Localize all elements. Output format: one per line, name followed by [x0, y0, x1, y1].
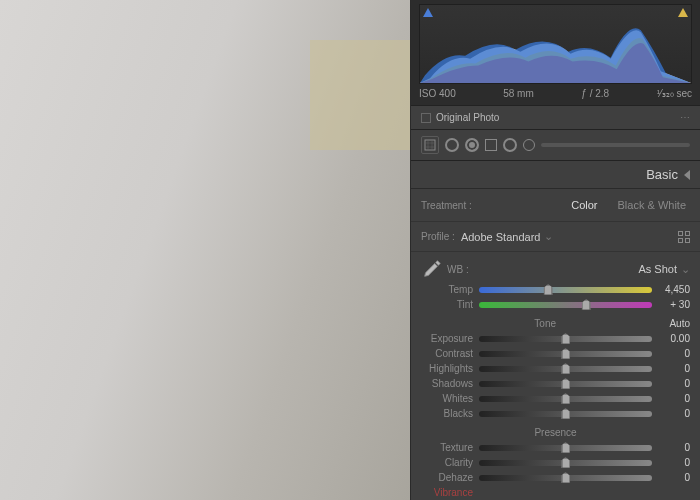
- highlight-clip-icon[interactable]: [678, 8, 688, 17]
- original-photo-label: Original Photo: [436, 112, 499, 123]
- highlights-label: Highlights: [421, 363, 473, 374]
- contrast-row: Contrast 0: [411, 346, 700, 361]
- photo-wall-accent: [310, 40, 410, 150]
- texture-slider[interactable]: [479, 445, 652, 451]
- spot-tool-icon[interactable]: [445, 138, 459, 152]
- dehaze-slider[interactable]: [479, 475, 652, 481]
- whites-value[interactable]: 0: [658, 393, 690, 404]
- meta-focal: 58 mm: [503, 88, 534, 99]
- histogram[interactable]: [419, 4, 692, 84]
- clarity-label: Clarity: [421, 457, 473, 468]
- tone-header: Tone Auto: [411, 312, 700, 331]
- treatment-color[interactable]: Color: [567, 197, 601, 213]
- blacks-row: Blacks 0: [411, 406, 700, 421]
- auto-button[interactable]: Auto: [669, 318, 690, 329]
- profile-row: Profile : Adobe Standard ⌄: [411, 222, 700, 252]
- basic-title: Basic: [646, 167, 678, 182]
- shadows-slider[interactable]: [479, 381, 652, 387]
- brush-tool-icon[interactable]: [523, 139, 535, 151]
- clarity-value[interactable]: 0: [658, 457, 690, 468]
- tone-label: Tone: [534, 318, 556, 329]
- tint-slider[interactable]: [479, 302, 652, 308]
- temp-label: Temp: [421, 284, 473, 295]
- highlights-value[interactable]: 0: [658, 363, 690, 374]
- eyedropper-icon[interactable]: [421, 258, 443, 280]
- adjust-toolbar: [411, 130, 700, 161]
- basic-section-header[interactable]: Basic: [411, 161, 700, 189]
- clarity-row: Clarity 0: [411, 455, 700, 470]
- texture-value[interactable]: 0: [658, 442, 690, 453]
- panel-options-icon[interactable]: ⋯: [680, 112, 690, 123]
- vibrance-row: Vibrance: [411, 485, 700, 500]
- exposure-label: Exposure: [421, 333, 473, 344]
- profile-browser-icon[interactable]: [678, 231, 690, 243]
- original-photo-checkbox[interactable]: [421, 113, 431, 123]
- wb-label: WB :: [447, 264, 469, 275]
- shadows-label: Shadows: [421, 378, 473, 389]
- highlights-slider[interactable]: [479, 366, 652, 372]
- develop-panel: ISO 400 58 mm ƒ / 2.8 ¹⁄₃₂₀ sec Original…: [410, 0, 700, 500]
- treatment-label: Treatment :: [421, 200, 472, 211]
- temp-row: Temp 4,450: [411, 282, 700, 297]
- temp-slider[interactable]: [479, 287, 652, 293]
- svg-rect-6: [425, 140, 435, 150]
- dehaze-value[interactable]: 0: [658, 472, 690, 483]
- texture-thumb[interactable]: [561, 442, 570, 453]
- shadows-thumb[interactable]: [561, 378, 570, 389]
- treatment-bw[interactable]: Black & White: [614, 197, 690, 213]
- shadow-clip-icon[interactable]: [423, 8, 433, 17]
- profile-label: Profile :: [421, 231, 455, 242]
- radial-filter-icon[interactable]: [503, 138, 517, 152]
- tint-value[interactable]: + 30: [658, 299, 690, 310]
- dehaze-row: Dehaze 0: [411, 470, 700, 485]
- highlights-thumb[interactable]: [561, 363, 570, 374]
- wb-section: WB : As Shot ⌄: [411, 252, 700, 282]
- tint-label: Tint: [421, 299, 473, 310]
- exposure-slider[interactable]: [479, 336, 652, 342]
- blacks-slider[interactable]: [479, 411, 652, 417]
- original-photo-row: Original Photo ⋯: [411, 106, 700, 130]
- photo-preview[interactable]: [0, 0, 410, 500]
- texture-label: Texture: [421, 442, 473, 453]
- shadows-value[interactable]: 0: [658, 378, 690, 389]
- metadata-row: ISO 400 58 mm ƒ / 2.8 ¹⁄₃₂₀ sec: [419, 88, 692, 99]
- whites-slider[interactable]: [479, 396, 652, 402]
- contrast-slider[interactable]: [479, 351, 652, 357]
- profile-name[interactable]: Adobe Standard: [461, 231, 541, 243]
- mask-slider[interactable]: [541, 143, 690, 147]
- temp-value[interactable]: 4,450: [658, 284, 690, 295]
- meta-iso: ISO 400: [419, 88, 456, 99]
- whites-thumb[interactable]: [561, 393, 570, 404]
- temp-thumb[interactable]: [544, 284, 553, 295]
- meta-aperture: ƒ / 2.8: [581, 88, 609, 99]
- disclosure-icon: [684, 170, 690, 180]
- vibrance-label: Vibrance: [421, 487, 473, 498]
- blacks-thumb[interactable]: [561, 408, 570, 419]
- contrast-thumb[interactable]: [561, 348, 570, 359]
- whites-label: Whites: [421, 393, 473, 404]
- presence-header: Presence: [411, 421, 700, 440]
- exposure-row: Exposure 0.00: [411, 331, 700, 346]
- clarity-thumb[interactable]: [561, 457, 570, 468]
- wb-dropdown-icon[interactable]: ⌄: [681, 263, 690, 276]
- tint-thumb[interactable]: [582, 299, 591, 310]
- clarity-slider[interactable]: [479, 460, 652, 466]
- highlights-row: Highlights 0: [411, 361, 700, 376]
- texture-row: Texture 0: [411, 440, 700, 455]
- exposure-thumb[interactable]: [561, 333, 570, 344]
- meta-shutter: ¹⁄₃₂₀ sec: [657, 88, 692, 99]
- whites-row: Whites 0: [411, 391, 700, 406]
- profile-dropdown-icon[interactable]: ⌄: [544, 230, 553, 243]
- wb-value[interactable]: As Shot: [638, 263, 677, 275]
- blacks-label: Blacks: [421, 408, 473, 419]
- contrast-value[interactable]: 0: [658, 348, 690, 359]
- crop-tool-icon[interactable]: [421, 136, 439, 154]
- contrast-label: Contrast: [421, 348, 473, 359]
- treatment-row: Treatment : Color Black & White: [411, 189, 700, 222]
- dehaze-thumb[interactable]: [561, 472, 570, 483]
- grad-filter-icon[interactable]: [485, 139, 497, 151]
- redeye-tool-icon[interactable]: [465, 138, 479, 152]
- blacks-value[interactable]: 0: [658, 408, 690, 419]
- exposure-value[interactable]: 0.00: [658, 333, 690, 344]
- shadows-row: Shadows 0: [411, 376, 700, 391]
